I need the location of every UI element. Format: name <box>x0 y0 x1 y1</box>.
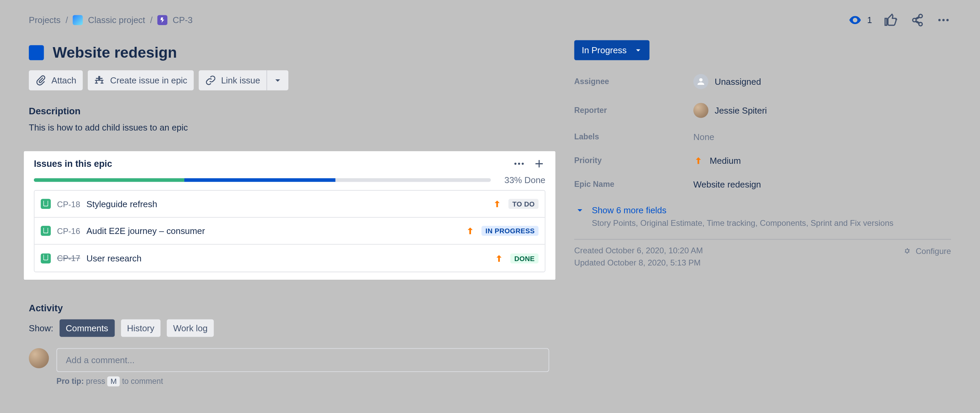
watchers-count: 1 <box>867 15 872 25</box>
attachment-icon <box>35 75 46 86</box>
child-issue-status[interactable]: IN PROGRESS <box>482 226 539 236</box>
epic-name-label: Epic Name <box>574 180 694 189</box>
epic-progress-text: 33% Done <box>504 175 546 185</box>
breadcrumb-projects[interactable]: Projects <box>29 15 60 25</box>
child-issue-key[interactable]: CP-18 <box>57 199 80 209</box>
project-icon <box>73 15 83 25</box>
attach-button[interactable]: Attach <box>29 70 83 90</box>
link-icon <box>205 75 216 86</box>
tab-comments[interactable]: Comments <box>60 319 115 337</box>
child-issue-title[interactable]: Audit E2E journey – consumer <box>86 226 459 236</box>
child-issue-title[interactable]: Styleguide refresh <box>86 199 486 209</box>
story-type-icon <box>41 253 51 263</box>
create-issue-in-epic-button[interactable]: Create issue in epic <box>88 70 194 90</box>
child-issue-title[interactable]: User research <box>86 253 488 263</box>
reporter-avatar <box>693 103 708 118</box>
child-issue-key[interactable]: CP-17 <box>57 253 80 263</box>
issue-title[interactable]: Website redesign <box>52 44 177 62</box>
activity-show-label: Show: <box>29 323 53 333</box>
svg-point-5 <box>522 163 524 165</box>
reporter-label: Reporter <box>574 106 694 115</box>
chevron-down-icon <box>272 75 283 86</box>
updated-date: Updated October 8, 2020, 5:13 PM <box>574 258 703 267</box>
breadcrumb-project[interactable]: Classic project <box>88 15 145 25</box>
child-issue-status[interactable]: TO DO <box>509 199 538 209</box>
breadcrumb: Projects / Classic project / CP-3 <box>29 15 192 25</box>
priority-medium-icon <box>492 199 503 209</box>
priority-value[interactable]: Medium <box>693 156 741 166</box>
current-user-avatar <box>29 348 49 368</box>
assignee-value[interactable]: Unassigned <box>693 74 761 89</box>
created-date: Created October 6, 2020, 10:20 AM <box>574 246 703 255</box>
link-issue-dropdown[interactable] <box>267 70 288 90</box>
child-issue-status[interactable]: DONE <box>511 253 538 263</box>
share-button[interactable] <box>910 13 924 27</box>
epic-type-icon <box>158 15 168 25</box>
epic-progress-bar <box>34 178 491 182</box>
svg-point-4 <box>518 163 520 165</box>
more-actions-button[interactable] <box>936 13 951 27</box>
comment-protip: Pro tip: press M to comment <box>57 377 549 386</box>
description-body[interactable]: This is how to add child issues to an ep… <box>29 123 549 132</box>
tab-history[interactable]: History <box>121 319 161 337</box>
story-type-icon <box>41 199 51 209</box>
child-issue-row[interactable]: CP-18Styleguide refreshTO DO <box>35 191 545 218</box>
epic-color-swatch[interactable] <box>29 45 44 60</box>
priority-medium-icon <box>693 156 703 166</box>
hierarchy-icon <box>94 75 105 86</box>
breadcrumb-issue-key[interactable]: CP-3 <box>172 15 192 25</box>
priority-medium-icon <box>465 226 476 236</box>
svg-point-3 <box>514 163 516 165</box>
link-issue-button[interactable]: Link issue <box>199 70 267 90</box>
priority-medium-icon <box>495 253 504 263</box>
create-issue-in-epic-label: Create issue in epic <box>110 75 187 85</box>
attach-label: Attach <box>51 75 76 85</box>
story-type-icon <box>41 226 51 236</box>
watchers-button[interactable]: 1 <box>848 13 872 27</box>
child-issue-row[interactable]: CP-16Audit E2E journey – consumerIN PROG… <box>35 218 545 245</box>
reporter-value[interactable]: Jessie Spiteri <box>693 103 767 118</box>
epic-panel-add-button[interactable] <box>533 157 546 170</box>
svg-point-1 <box>942 19 945 21</box>
tab-worklog[interactable]: Work log <box>167 319 214 337</box>
epic-panel-more-button[interactable] <box>513 157 525 170</box>
show-more-fields-button[interactable]: Show 6 more fields <box>574 204 951 216</box>
status-dropdown[interactable]: In Progress <box>574 40 649 60</box>
epic-name-value[interactable]: Website redesign <box>693 179 761 190</box>
chevron-down-icon <box>633 45 643 55</box>
svg-point-0 <box>938 19 941 21</box>
chevron-down-icon <box>574 204 585 216</box>
issues-in-epic-heading: Issues in this epic <box>34 159 112 169</box>
priority-label: Priority <box>574 156 694 165</box>
link-issue-label: Link issue <box>221 75 260 85</box>
issues-in-epic-panel: Issues in this epic <box>24 151 555 280</box>
gear-icon <box>902 246 912 256</box>
labels-value[interactable]: None <box>693 132 714 142</box>
show-more-fields-sub: Story Points, Original Estimate, Time tr… <box>592 218 951 228</box>
child-issue-key[interactable]: CP-16 <box>57 226 80 236</box>
child-issue-row[interactable]: CP-17User researchDONE <box>35 245 545 272</box>
svg-point-2 <box>947 19 949 21</box>
configure-button[interactable]: Configure <box>902 246 951 256</box>
status-label: In Progress <box>582 45 627 55</box>
activity-heading: Activity <box>29 303 549 313</box>
comment-input[interactable]: Add a comment... <box>57 348 549 372</box>
labels-label: Labels <box>574 132 694 141</box>
unassigned-avatar-icon <box>693 74 708 89</box>
like-button[interactable] <box>883 13 898 27</box>
assignee-label: Assignee <box>574 77 694 86</box>
description-heading: Description <box>29 105 549 116</box>
meta-divider <box>574 239 951 240</box>
